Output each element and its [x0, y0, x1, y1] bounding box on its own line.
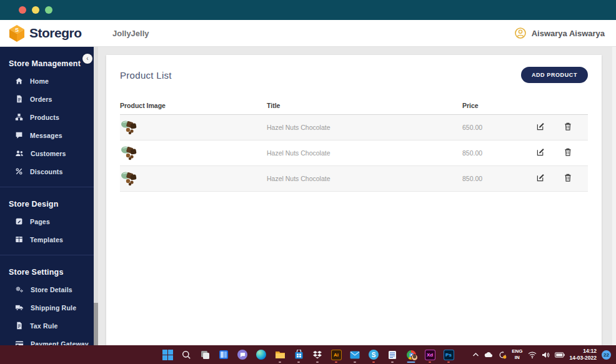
discounts-icon	[15, 167, 23, 175]
product-price: 850.00	[462, 166, 535, 192]
illustrator-icon[interactable]: Ai	[330, 349, 342, 360]
battery-icon[interactable]	[555, 352, 565, 358]
sidebar-nav: ‹ Store Management Home Orders Products …	[0, 47, 98, 345]
sidebar-item-label: Discounts	[30, 168, 63, 175]
sidebar-item-customers[interactable]: Customers	[0, 144, 98, 162]
edit-product-button[interactable]	[535, 172, 546, 185]
edit-icon	[537, 174, 545, 182]
product-title: Hazel Nuts Chocolate	[267, 140, 462, 166]
onedrive-cloud-icon[interactable]	[484, 352, 494, 358]
sidebar-item-label: Pages	[30, 218, 50, 225]
trash-icon	[564, 148, 572, 156]
file-explorer-icon[interactable]	[274, 349, 286, 360]
sidebar-item-messages[interactable]: Messages	[0, 126, 98, 144]
store-name: JollyJelly	[112, 29, 149, 38]
sync-icon[interactable]	[499, 351, 507, 359]
notification-count-badge[interactable]: 22	[602, 350, 611, 360]
orders-icon	[15, 95, 23, 103]
sidebar-item-tax-rule[interactable]: Tax Rule	[0, 317, 98, 335]
sidebar-item-label: Tax Rule	[30, 322, 58, 330]
store-details-icon	[15, 285, 24, 293]
edit-icon	[537, 122, 545, 130]
search-icon[interactable]	[181, 349, 192, 360]
skype-icon[interactable]: S	[368, 349, 379, 360]
customers-icon	[15, 149, 24, 157]
home-icon	[15, 77, 23, 85]
tray-date: 14-03-2022	[570, 355, 597, 362]
sidebar-item-orders[interactable]: Orders	[0, 90, 98, 108]
table-row: Hazel Nuts Chocolate 650.00	[120, 115, 588, 140]
chrome-profile-icon[interactable]	[405, 349, 417, 360]
storegro-logo[interactable]: S Storegro	[0, 24, 100, 42]
adobe-xd-icon[interactable]: Xd	[424, 349, 435, 360]
sidebar-scrollbar[interactable]	[94, 47, 98, 345]
delete-product-button[interactable]	[563, 121, 573, 134]
app-header: S Storegro JollyJelly Aiswarya Aiswarya	[0, 20, 616, 47]
window-titlebar	[0, 0, 616, 20]
notes-app-icon[interactable]	[387, 349, 398, 360]
start-button[interactable]	[162, 349, 173, 360]
microsoft-store-icon[interactable]	[293, 349, 304, 360]
product-image[interactable]	[120, 143, 141, 162]
user-menu[interactable]: Aiswarya Aiswarya	[515, 27, 616, 39]
minimize-window-button[interactable]	[32, 6, 39, 14]
close-window-button[interactable]	[19, 6, 26, 14]
clock[interactable]: 14:12 14-03-2022	[570, 348, 597, 362]
sidebar-collapse-button[interactable]: ‹	[82, 54, 92, 64]
page-scrollbar[interactable]	[612, 47, 616, 345]
sidebar-item-templates[interactable]: Templates	[0, 230, 98, 248]
product-image[interactable]	[120, 169, 141, 187]
product-title: Hazel Nuts Chocolate	[267, 115, 462, 140]
product-title: Hazel Nuts Chocolate	[267, 166, 462, 192]
sidebar-item-label: Customers	[31, 150, 66, 157]
sidebar-item-products[interactable]: Products	[0, 108, 98, 126]
tray-chevron-icon[interactable]	[472, 352, 479, 357]
section-heading: Store Settings	[0, 263, 98, 280]
sidebar-item-label: Store Details	[31, 286, 72, 293]
sidebar-item-shipping-rule[interactable]: Shipping Rule	[0, 298, 98, 317]
photoshop-icon[interactable]: Ps	[443, 349, 454, 360]
sidebar-item-label: Home	[30, 77, 49, 85]
main-content: Product List ADD PRODUCT Product Image T…	[98, 47, 616, 345]
svg-text:S: S	[15, 27, 19, 33]
volume-icon[interactable]	[542, 352, 550, 358]
teams-chat-icon[interactable]	[237, 349, 248, 360]
user-name: Aiswarya Aiswarya	[532, 29, 605, 38]
language-indicator[interactable]: ENG IN	[512, 348, 522, 361]
column-header-actions	[535, 98, 563, 115]
sidebar-item-pages[interactable]: Pages	[0, 212, 98, 230]
windows-taskbar: Ai S Xd Ps ENG IN 14:12 14-03-2022 22	[0, 345, 616, 364]
sidebar-item-label: Templates	[30, 236, 63, 243]
sidebar-item-home[interactable]: Home	[0, 72, 98, 90]
add-product-button[interactable]: ADD PRODUCT	[521, 67, 588, 83]
sidebar-scrollbar-thumb[interactable]	[94, 303, 98, 345]
section-store-design: Store Design Pages Templates	[0, 187, 98, 255]
delete-product-button[interactable]	[563, 147, 573, 159]
system-tray: ENG IN 14:12 14-03-2022 22	[472, 345, 611, 364]
mail-icon[interactable]	[349, 349, 360, 360]
edge-browser-icon[interactable]	[256, 349, 267, 360]
storegro-cube-icon: S	[7, 24, 26, 42]
column-header-price: Price	[462, 98, 535, 115]
column-header-actions	[563, 98, 588, 115]
dropbox-icon[interactable]	[312, 349, 323, 360]
sidebar-item-store-details[interactable]: Store Details	[0, 280, 98, 298]
task-view-icon[interactable]	[199, 349, 211, 360]
product-price: 850.00	[462, 140, 535, 166]
delete-product-button[interactable]	[563, 172, 573, 185]
maximize-window-button[interactable]	[45, 6, 52, 14]
wifi-icon[interactable]	[528, 352, 537, 358]
edit-product-button[interactable]	[535, 147, 546, 159]
templates-icon	[15, 235, 23, 243]
user-avatar-icon	[515, 27, 526, 39]
product-image[interactable]	[120, 117, 141, 136]
messages-icon	[15, 131, 23, 139]
sidebar-item-discounts[interactable]: Discounts	[0, 162, 98, 180]
table-row: Hazel Nuts Chocolate 850.00	[120, 140, 588, 166]
sidebar-item-label: Shipping Rule	[31, 304, 76, 312]
blue-panes-app-icon[interactable]	[218, 349, 229, 360]
sidebar-item-label: Products	[30, 114, 59, 121]
edit-icon	[537, 148, 545, 156]
edit-product-button[interactable]	[535, 121, 546, 134]
profile-avatar	[411, 354, 418, 361]
